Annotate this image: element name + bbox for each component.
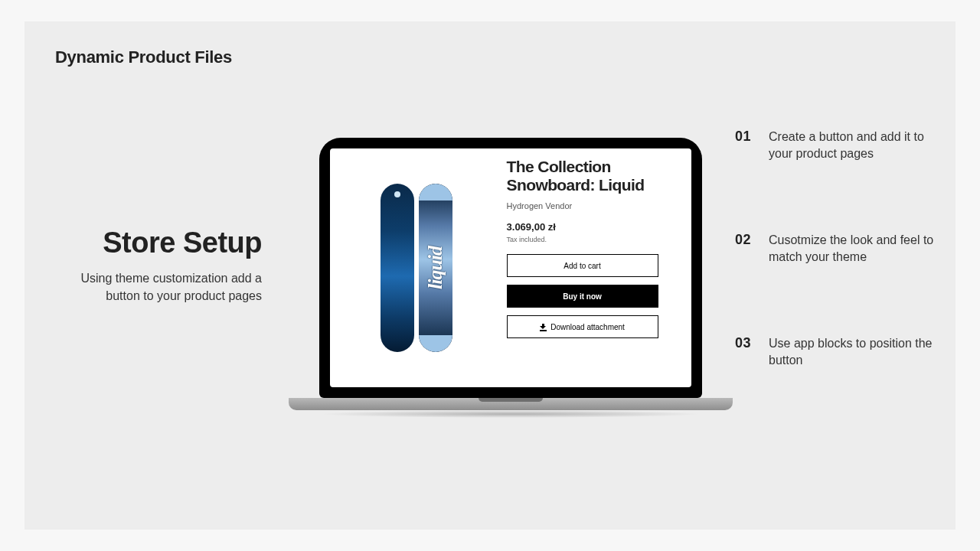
- product-title: The Collection Snowboard: Liquid: [507, 158, 678, 194]
- steps-list: 01 Create a button and add it to your pr…: [735, 129, 934, 369]
- product-info: The Collection Snowboard: Liquid Hydroge…: [504, 148, 691, 387]
- product-vendor: Hydrogen Vendor: [507, 201, 678, 210]
- snowboard-right: liquid: [419, 184, 452, 352]
- step-text: Use app blocks to position the button: [769, 335, 934, 370]
- add-to-cart-button[interactable]: Add to cart: [507, 254, 658, 277]
- step-number: 03: [735, 335, 756, 370]
- snowboard-illustration: liquid: [381, 184, 452, 352]
- download-icon: [540, 324, 547, 331]
- step-number: 01: [735, 129, 756, 163]
- laptop-screen: liquid The Collection Snowboard: Liquid …: [330, 148, 691, 387]
- buy-now-label: Buy it now: [563, 292, 602, 301]
- laptop-bezel: liquid The Collection Snowboard: Liquid …: [319, 138, 702, 398]
- tax-note: Tax included.: [507, 236, 678, 243]
- add-to-cart-label: Add to cart: [564, 262, 600, 270]
- step-item: 02 Cusotmize the look and feel to match …: [735, 232, 934, 266]
- board-wordmark: liquid: [424, 246, 447, 289]
- step-text: Cusotmize the look and feel to match you…: [769, 232, 934, 266]
- brand-title: Dynamic Product Files: [55, 47, 232, 67]
- step-item: 03 Use app blocks to position the button: [735, 335, 934, 370]
- laptop-shadow: [319, 410, 702, 418]
- step-number: 02: [735, 232, 756, 266]
- buy-now-button[interactable]: Buy it now: [507, 285, 658, 308]
- download-label: Download attachment: [550, 323, 625, 331]
- step-text: Create a button and add it to your produ…: [769, 129, 934, 163]
- left-copy: Store Setup Using theme customization ad…: [55, 228, 262, 305]
- section-subtitle: Using theme customization add a button t…: [55, 269, 262, 305]
- product-image-area: liquid: [330, 148, 504, 387]
- section-title: Store Setup: [55, 228, 262, 259]
- snowboard-left: [381, 184, 414, 352]
- product-price: 3.069,00 zł: [507, 221, 678, 233]
- slide-card: Dynamic Product Files Store Setup Using …: [24, 21, 956, 530]
- step-item: 01 Create a button and add it to your pr…: [735, 129, 934, 163]
- laptop-base: [289, 398, 733, 410]
- laptop-mockup: liquid The Collection Snowboard: Liquid …: [289, 138, 733, 418]
- download-attachment-button[interactable]: Download attachment: [507, 315, 658, 338]
